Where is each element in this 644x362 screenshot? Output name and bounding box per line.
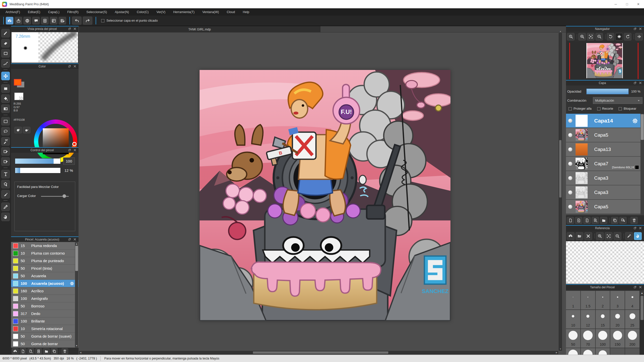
- menu-item-ventana[interactable]: Ventana(W): [202, 10, 219, 14]
- scroll-right-icon[interactable]: ▶: [556, 351, 557, 354]
- popout-icon[interactable]: [633, 27, 637, 31]
- scroll-down-icon[interactable]: ▼: [75, 344, 78, 347]
- layer-row[interactable]: Capa13: [566, 142, 644, 157]
- edit-grid-button[interactable]: [59, 17, 66, 24]
- zoom-in-button[interactable]: [578, 33, 586, 41]
- zoom-in-button[interactable]: [596, 232, 604, 240]
- redo-button[interactable]: [83, 17, 92, 25]
- brush-size-cell[interactable]: 70: [581, 329, 595, 348]
- eraser-tool[interactable]: [1, 39, 10, 48]
- popout-icon[interactable]: [68, 65, 71, 68]
- layer-row[interactable]: Capa14: [566, 114, 644, 128]
- popout-icon[interactable]: [633, 81, 637, 85]
- close-icon[interactable]: [73, 148, 77, 152]
- layer-1-button[interactable]: 1: [583, 217, 591, 224]
- brush-list-item[interactable]: 100Brillante: [11, 317, 79, 325]
- brush-size-cell[interactable]: 3: [610, 291, 625, 309]
- pick-pen-button[interactable]: [625, 232, 633, 240]
- popout-icon[interactable]: [68, 27, 71, 31]
- scroll-down-icon[interactable]: ▼: [559, 348, 561, 350]
- popout-icon[interactable]: [68, 238, 71, 241]
- zoom-out-button[interactable]: [595, 33, 603, 41]
- magic-wand-tool[interactable]: [1, 137, 10, 146]
- layer-visibility-dot[interactable]: [568, 147, 572, 151]
- trash-button[interactable]: [630, 217, 638, 224]
- layer-visibility-dot[interactable]: [568, 162, 572, 166]
- layer-8-button[interactable]: 8: [575, 217, 582, 224]
- trash-button[interactable]: [61, 348, 68, 354]
- brush-size-cell[interactable]: 20: [610, 310, 625, 329]
- checkbox-bloquear[interactable]: [619, 107, 622, 110]
- fill-shape-tool[interactable]: [1, 84, 10, 93]
- menu-item-herramienta[interactable]: Herramienta(T): [173, 10, 195, 14]
- document-button[interactable]: [41, 17, 49, 24]
- close-icon[interactable]: [639, 81, 642, 85]
- hand-button[interactable]: [634, 232, 642, 240]
- transparent-color-swatch[interactable]: [14, 93, 23, 100]
- layer-list-scrollbar[interactable]: [640, 114, 644, 215]
- menu-item-help[interactable]: Help: [243, 10, 249, 14]
- transfer-button[interactable]: [619, 217, 627, 224]
- undo-button[interactable]: [72, 17, 82, 25]
- close-icon[interactable]: [73, 65, 77, 68]
- zoom-out-button[interactable]: [614, 232, 621, 240]
- web-gallery-button[interactable]: [23, 17, 31, 24]
- layer-visibility-dot[interactable]: [568, 133, 572, 137]
- popout-icon[interactable]: [68, 148, 71, 152]
- text-tool[interactable]: [1, 170, 10, 178]
- cloud-down-button[interactable]: [567, 232, 575, 240]
- maximize-button[interactable]: □: [621, 0, 633, 8]
- layer-row[interactable]: Capa3: [566, 185, 644, 200]
- brush-size-cell[interactable]: 12: [581, 310, 595, 329]
- new-layer-button[interactable]: [567, 217, 574, 224]
- brush-list-item[interactable]: 15Pluma redonda: [11, 242, 79, 250]
- brush-list-item[interactable]: 160Acrílico: [11, 287, 79, 295]
- flip-h-button[interactable]: [635, 33, 643, 41]
- brush-list-item[interactable]: 50Pluma de punteado: [11, 257, 79, 265]
- brush-size-cell[interactable]: 1.5: [581, 291, 595, 309]
- rotate-left-button[interactable]: [607, 33, 614, 41]
- select-rect-tool[interactable]: [1, 117, 10, 126]
- folder-button[interactable]: [43, 348, 50, 354]
- brush-size-cell[interactable]: 2: [596, 291, 610, 309]
- cloud-sync-button[interactable]: [6, 17, 13, 24]
- brush-list-item[interactable]: 100Acuarela (acuoso): [11, 280, 79, 287]
- close-icon[interactable]: [639, 226, 642, 230]
- brush-list-item[interactable]: 100Aerógrafo: [11, 295, 79, 302]
- brush-list-item[interactable]: 10Pluma con contorno: [11, 250, 79, 257]
- menu-item-ajustar[interactable]: Ajustar(N): [115, 10, 129, 14]
- brush-size-scrollbar[interactable]: ▲: [640, 291, 644, 362]
- opacity-slider[interactable]: [586, 89, 629, 94]
- menu-item-capa[interactable]: Capa(L): [48, 10, 59, 14]
- layer-visibility-dot[interactable]: [568, 205, 572, 209]
- close-icon[interactable]: [639, 27, 642, 31]
- reference-view[interactable]: [566, 241, 644, 284]
- popout-icon[interactable]: [633, 226, 637, 230]
- menu-item-color[interactable]: Color(C): [137, 10, 149, 14]
- foreground-color-swatch[interactable]: [14, 79, 21, 86]
- document-tab[interactable]: TANK GIRL.mdp: [79, 26, 320, 32]
- brush-list-item[interactable]: 50Pincel (tinta): [11, 265, 79, 272]
- knife-tool[interactable]: [1, 190, 10, 198]
- add-layer-menu-button[interactable]: [592, 217, 599, 224]
- menu-item-editar[interactable]: Editar(E): [28, 10, 40, 14]
- zoom-fit-button[interactable]: [587, 33, 594, 41]
- brush-list-item[interactable]: 50Goma de borrar (suave): [11, 333, 79, 340]
- layer-row[interactable]: Capa3: [566, 171, 644, 185]
- brush-list-item[interactable]: 10Simetría rotacional: [11, 325, 79, 333]
- scroll-up-icon[interactable]: ▲: [559, 30, 561, 33]
- palette-button[interactable]: [14, 127, 22, 133]
- blend-dropdown[interactable]: Multiplicación: [593, 97, 642, 104]
- duplicate-button[interactable]: [611, 217, 618, 224]
- eyedropper-tool[interactable]: [1, 203, 10, 211]
- shape-tool[interactable]: [1, 49, 10, 58]
- close-icon[interactable]: [73, 238, 77, 241]
- layer-visibility-dot[interactable]: [568, 190, 572, 194]
- scroll-up-icon[interactable]: ▲: [75, 242, 78, 246]
- brush-size-cell[interactable]: 25: [625, 310, 639, 329]
- publish-button[interactable]: [15, 17, 22, 24]
- menu-item-ver[interactable]: Ver(V): [157, 10, 165, 14]
- layer-row[interactable]: Capa5: [566, 200, 644, 214]
- menu-item-archivo[interactable]: Archivo(F): [6, 10, 20, 14]
- new-doc-button[interactable]: [20, 348, 26, 354]
